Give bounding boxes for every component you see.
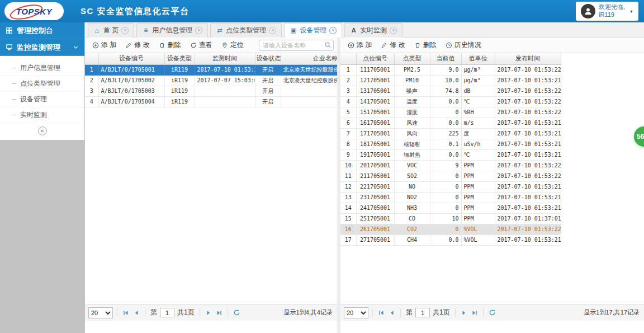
tab-1[interactable]: 用户信息管理 × bbox=[136, 23, 208, 37]
first-page-button[interactable] bbox=[121, 309, 130, 317]
table-row[interactable]: 10201705001VOC9PPM2017-07-10 01:53:22 bbox=[340, 160, 561, 171]
cell: NH3 bbox=[394, 203, 430, 213]
cell: PM10 bbox=[394, 75, 430, 86]
cell: 2017-07-10 01:53:22 bbox=[495, 224, 561, 234]
next-page-button[interactable] bbox=[460, 309, 468, 317]
table-row[interactable]: 3A/BJLT/0/1705003iR119开启 bbox=[85, 86, 337, 96]
first-page-button[interactable] bbox=[377, 309, 386, 317]
table-row[interactable]: 15251705001CO10PPM2017-07-10 01:37:01 bbox=[340, 213, 561, 224]
edit-button[interactable]: 修 改 bbox=[121, 39, 153, 51]
table-row[interactable]: 2121705001PM1010.0μg/m³2017-07-10 01:53:… bbox=[340, 75, 561, 86]
cell: 2017-07-10 01:53:21 bbox=[495, 75, 561, 86]
table-row[interactable]: 5151705001湿度0%RH2017-07-10 01:53:22 bbox=[340, 107, 561, 118]
row-number-header bbox=[85, 53, 98, 64]
refresh-button[interactable] bbox=[232, 308, 242, 317]
device-search bbox=[259, 40, 334, 51]
cell: 开启 bbox=[255, 64, 281, 75]
sidebar-section-label: 管理控制台 bbox=[17, 26, 53, 36]
cell: iR119 bbox=[164, 86, 195, 96]
close-icon[interactable]: × bbox=[269, 27, 276, 34]
add-button[interactable]: 添 加 bbox=[344, 39, 376, 51]
table-row[interactable]: 1A/BJLT/0/1705001iR1192017-07-10 01:53:2… bbox=[85, 64, 337, 75]
collapse-icon[interactable]: « bbox=[38, 126, 47, 135]
tab-2[interactable]: 点位类型管理 × bbox=[210, 23, 282, 37]
table-row[interactable]: 1111705001PM2.59.0μg/m³2017-07-10 01:53:… bbox=[340, 64, 561, 75]
last-page-icon bbox=[216, 309, 222, 316]
cell: 141705001 bbox=[356, 96, 394, 107]
close-icon[interactable]: × bbox=[390, 27, 397, 34]
refresh-icon bbox=[190, 42, 197, 49]
sidebar-item-2[interactable]: 设备管理 bbox=[0, 92, 84, 107]
close-icon[interactable]: × bbox=[195, 27, 202, 34]
edit-button[interactable]: 修 改 bbox=[377, 39, 409, 51]
point-header-row: 点位编号点类型当前值值单位发布时间 bbox=[340, 53, 561, 64]
prev-page-button[interactable] bbox=[387, 309, 396, 317]
locate-button[interactable]: 定位 bbox=[217, 39, 248, 51]
history-button[interactable]: 历史情况 bbox=[442, 39, 485, 51]
table-row[interactable]: 4A/BJLT/0/1705004iR119开启 bbox=[85, 96, 337, 107]
table-row[interactable]: 13231705001NO20PPM2017-07-10 01:53:21 bbox=[340, 192, 561, 203]
sidebar-item-1[interactable]: 点位类型管理 bbox=[0, 76, 84, 92]
sidebar-collapse[interactable]: « bbox=[0, 125, 84, 137]
cell: 0 bbox=[430, 171, 461, 181]
table-row[interactable]: 12221705001NO0PPM2017-07-10 01:53:21 bbox=[340, 181, 561, 192]
page-size-select[interactable]: 20 bbox=[88, 307, 113, 318]
close-icon[interactable]: × bbox=[121, 27, 129, 34]
next-page-button[interactable] bbox=[204, 309, 213, 317]
page-label: 第 bbox=[150, 308, 157, 317]
row-number: 3 bbox=[340, 86, 356, 96]
page-number-input[interactable] bbox=[160, 308, 174, 317]
page-size-select[interactable]: 20 bbox=[344, 307, 368, 318]
sidebar-section-monitor[interactable]: 监控监测管理 bbox=[0, 39, 84, 56]
cell: 74.8 bbox=[430, 86, 461, 96]
search-input[interactable] bbox=[259, 40, 334, 51]
add-button[interactable]: 添 加 bbox=[88, 39, 120, 51]
cell: 2017-07-10 01:53:21 bbox=[495, 203, 561, 213]
table-row[interactable]: 11211705001SO20PPM2017-07-10 01:53:22 bbox=[340, 171, 561, 181]
table-row[interactable]: 8181705001核辐射0.1uSv/h2017-07-10 01:53:21 bbox=[340, 139, 561, 149]
search-icon[interactable] bbox=[324, 41, 332, 49]
table-row[interactable]: 7171705001风向225度2017-07-10 01:53:21 bbox=[340, 128, 561, 139]
sidebar: 管理控制台 监控监测管理 用户信息管理 点位类型管理 设备管理 实时监测 « bbox=[0, 22, 85, 333]
delete-button[interactable]: 删除 bbox=[155, 39, 185, 51]
table-row[interactable]: 4141705001温度0.0℃2017-07-10 01:53:22 bbox=[340, 96, 561, 107]
user-menu[interactable]: 欢迎光临, iR119 ▼ bbox=[576, 2, 638, 21]
table-row[interactable]: 2A/BJLT/0/1705002iR1192017-07-07 15:03:0… bbox=[85, 75, 337, 86]
table-row[interactable]: 6161705001风速0.0m/s2017-07-10 01:53:21 bbox=[340, 118, 561, 128]
last-page-button[interactable] bbox=[470, 309, 479, 317]
tab-0[interactable]: 首 页 × bbox=[88, 23, 134, 37]
page-number-input[interactable] bbox=[415, 308, 430, 317]
refresh-button[interactable] bbox=[487, 308, 497, 317]
table-row[interactable]: 14241705001NH30PPM2017-07-10 01:53:21 bbox=[340, 203, 561, 213]
logo[interactable]: TOPSKY bbox=[4, 2, 64, 20]
view-button[interactable]: 查看 bbox=[186, 39, 216, 51]
cell bbox=[281, 96, 337, 107]
row-number: 12 bbox=[340, 181, 356, 192]
cell: 0 bbox=[430, 192, 461, 203]
delete-button[interactable]: 删除 bbox=[410, 39, 441, 51]
cell: NO bbox=[394, 181, 430, 192]
tab-3[interactable]: 设备管理 × bbox=[284, 23, 342, 37]
tab-4[interactable]: 实时监测 × bbox=[344, 23, 402, 37]
cell: CO2 bbox=[394, 224, 430, 234]
close-icon[interactable]: × bbox=[329, 27, 337, 34]
letter-a-icon bbox=[350, 27, 357, 34]
panel-footer-strip bbox=[340, 321, 644, 333]
sidebar-item-3[interactable]: 实时监测 bbox=[0, 107, 84, 123]
bullet-icon bbox=[12, 83, 16, 84]
sidebar-section-console[interactable]: 管理控制台 bbox=[0, 22, 84, 39]
table-row[interactable]: 9191705001辐射热0.0℃2017-07-10 01:53:21 bbox=[340, 149, 561, 160]
prev-page-button[interactable] bbox=[132, 309, 141, 317]
row-number: 6 bbox=[340, 118, 356, 128]
page-label: 第 bbox=[406, 308, 413, 317]
sidebar-filler bbox=[0, 140, 84, 333]
cell: iR119 bbox=[164, 64, 195, 75]
table-row[interactable]: 17271705001CH40.0%VOL2017-07-10 01:53:21 bbox=[340, 234, 561, 245]
table-row[interactable]: 16261705001CO20%VOL2017-07-10 01:53:22 bbox=[340, 224, 561, 234]
last-page-button[interactable] bbox=[215, 309, 224, 317]
sidebar-item-0[interactable]: 用户信息管理 bbox=[0, 60, 84, 76]
app-root: TOPSKY SC 安全监管信息化云平台 欢迎光临, iR119 ▼ 管理控制台… bbox=[0, 0, 644, 333]
user-greeting: 欢迎光临, bbox=[599, 3, 625, 11]
table-row[interactable]: 3131705001噪声74.8dB2017-07-10 01:53:22 bbox=[340, 86, 561, 96]
cell: 121705001 bbox=[356, 75, 394, 86]
